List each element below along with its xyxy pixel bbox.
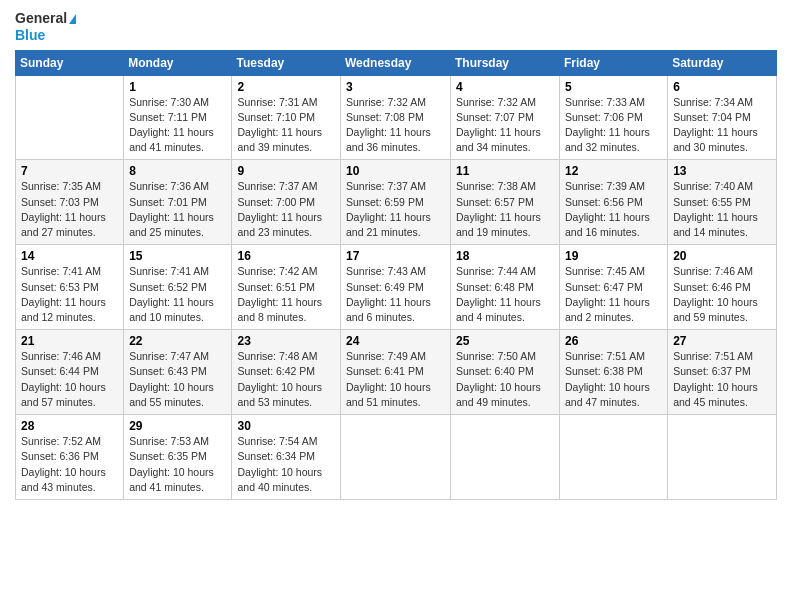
calendar-cell: 12Sunrise: 7:39 AMSunset: 6:56 PMDayligh… (560, 160, 668, 245)
day-info: Sunrise: 7:45 AMSunset: 6:47 PMDaylight:… (565, 264, 662, 325)
calendar-week-row: 21Sunrise: 7:46 AMSunset: 6:44 PMDayligh… (16, 330, 777, 415)
day-info: Sunrise: 7:31 AMSunset: 7:10 PMDaylight:… (237, 95, 335, 156)
calendar-cell: 22Sunrise: 7:47 AMSunset: 6:43 PMDayligh… (124, 330, 232, 415)
day-number: 22 (129, 334, 226, 348)
day-number: 17 (346, 249, 445, 263)
calendar-week-row: 7Sunrise: 7:35 AMSunset: 7:03 PMDaylight… (16, 160, 777, 245)
logo-container: General Blue (15, 10, 76, 44)
day-info: Sunrise: 7:43 AMSunset: 6:49 PMDaylight:… (346, 264, 445, 325)
day-info: Sunrise: 7:39 AMSunset: 6:56 PMDaylight:… (565, 179, 662, 240)
day-info: Sunrise: 7:49 AMSunset: 6:41 PMDaylight:… (346, 349, 445, 410)
calendar-week-row: 28Sunrise: 7:52 AMSunset: 6:36 PMDayligh… (16, 415, 777, 500)
day-info: Sunrise: 7:53 AMSunset: 6:35 PMDaylight:… (129, 434, 226, 495)
calendar-cell: 25Sunrise: 7:50 AMSunset: 6:40 PMDayligh… (451, 330, 560, 415)
calendar-week-row: 1Sunrise: 7:30 AMSunset: 7:11 PMDaylight… (16, 75, 777, 160)
day-info: Sunrise: 7:48 AMSunset: 6:42 PMDaylight:… (237, 349, 335, 410)
day-info: Sunrise: 7:36 AMSunset: 7:01 PMDaylight:… (129, 179, 226, 240)
day-info: Sunrise: 7:44 AMSunset: 6:48 PMDaylight:… (456, 264, 554, 325)
calendar-cell: 30Sunrise: 7:54 AMSunset: 6:34 PMDayligh… (232, 415, 341, 500)
day-info: Sunrise: 7:46 AMSunset: 6:46 PMDaylight:… (673, 264, 771, 325)
day-info: Sunrise: 7:46 AMSunset: 6:44 PMDaylight:… (21, 349, 118, 410)
day-number: 29 (129, 419, 226, 433)
day-number: 19 (565, 249, 662, 263)
calendar-cell (341, 415, 451, 500)
day-info: Sunrise: 7:51 AMSunset: 6:38 PMDaylight:… (565, 349, 662, 410)
calendar-cell: 13Sunrise: 7:40 AMSunset: 6:55 PMDayligh… (668, 160, 777, 245)
day-number: 15 (129, 249, 226, 263)
day-info: Sunrise: 7:37 AMSunset: 6:59 PMDaylight:… (346, 179, 445, 240)
calendar-cell: 17Sunrise: 7:43 AMSunset: 6:49 PMDayligh… (341, 245, 451, 330)
calendar-cell: 6Sunrise: 7:34 AMSunset: 7:04 PMDaylight… (668, 75, 777, 160)
col-header-thursday: Thursday (451, 50, 560, 75)
calendar-cell: 19Sunrise: 7:45 AMSunset: 6:47 PMDayligh… (560, 245, 668, 330)
day-info: Sunrise: 7:37 AMSunset: 7:00 PMDaylight:… (237, 179, 335, 240)
calendar-cell: 9Sunrise: 7:37 AMSunset: 7:00 PMDaylight… (232, 160, 341, 245)
day-info: Sunrise: 7:47 AMSunset: 6:43 PMDaylight:… (129, 349, 226, 410)
day-number: 23 (237, 334, 335, 348)
col-header-friday: Friday (560, 50, 668, 75)
day-number: 26 (565, 334, 662, 348)
day-info: Sunrise: 7:30 AMSunset: 7:11 PMDaylight:… (129, 95, 226, 156)
calendar-cell: 18Sunrise: 7:44 AMSunset: 6:48 PMDayligh… (451, 245, 560, 330)
logo-general: General (15, 10, 76, 27)
day-number: 18 (456, 249, 554, 263)
day-number: 27 (673, 334, 771, 348)
calendar-cell: 20Sunrise: 7:46 AMSunset: 6:46 PMDayligh… (668, 245, 777, 330)
col-header-sunday: Sunday (16, 50, 124, 75)
day-info: Sunrise: 7:32 AMSunset: 7:07 PMDaylight:… (456, 95, 554, 156)
day-info: Sunrise: 7:51 AMSunset: 6:37 PMDaylight:… (673, 349, 771, 410)
calendar-cell: 27Sunrise: 7:51 AMSunset: 6:37 PMDayligh… (668, 330, 777, 415)
calendar-cell: 4Sunrise: 7:32 AMSunset: 7:07 PMDaylight… (451, 75, 560, 160)
day-info: Sunrise: 7:33 AMSunset: 7:06 PMDaylight:… (565, 95, 662, 156)
col-header-wednesday: Wednesday (341, 50, 451, 75)
col-header-tuesday: Tuesday (232, 50, 341, 75)
calendar-cell: 26Sunrise: 7:51 AMSunset: 6:38 PMDayligh… (560, 330, 668, 415)
day-number: 8 (129, 164, 226, 178)
calendar-cell (451, 415, 560, 500)
day-number: 9 (237, 164, 335, 178)
day-info: Sunrise: 7:32 AMSunset: 7:08 PMDaylight:… (346, 95, 445, 156)
day-number: 3 (346, 80, 445, 94)
calendar-cell: 16Sunrise: 7:42 AMSunset: 6:51 PMDayligh… (232, 245, 341, 330)
calendar-cell (560, 415, 668, 500)
day-info: Sunrise: 7:40 AMSunset: 6:55 PMDaylight:… (673, 179, 771, 240)
day-number: 24 (346, 334, 445, 348)
day-number: 7 (21, 164, 118, 178)
calendar-cell: 8Sunrise: 7:36 AMSunset: 7:01 PMDaylight… (124, 160, 232, 245)
calendar-cell: 28Sunrise: 7:52 AMSunset: 6:36 PMDayligh… (16, 415, 124, 500)
calendar-cell: 5Sunrise: 7:33 AMSunset: 7:06 PMDaylight… (560, 75, 668, 160)
calendar-cell: 29Sunrise: 7:53 AMSunset: 6:35 PMDayligh… (124, 415, 232, 500)
day-info: Sunrise: 7:38 AMSunset: 6:57 PMDaylight:… (456, 179, 554, 240)
calendar-cell: 1Sunrise: 7:30 AMSunset: 7:11 PMDaylight… (124, 75, 232, 160)
day-info: Sunrise: 7:34 AMSunset: 7:04 PMDaylight:… (673, 95, 771, 156)
logo: General Blue (15, 10, 76, 44)
day-number: 16 (237, 249, 335, 263)
day-info: Sunrise: 7:50 AMSunset: 6:40 PMDaylight:… (456, 349, 554, 410)
day-number: 12 (565, 164, 662, 178)
calendar-cell: 10Sunrise: 7:37 AMSunset: 6:59 PMDayligh… (341, 160, 451, 245)
day-number: 30 (237, 419, 335, 433)
day-info: Sunrise: 7:41 AMSunset: 6:52 PMDaylight:… (129, 264, 226, 325)
day-number: 14 (21, 249, 118, 263)
page-header: General Blue (15, 10, 777, 44)
day-number: 2 (237, 80, 335, 94)
day-number: 21 (21, 334, 118, 348)
calendar-cell (668, 415, 777, 500)
calendar-cell: 23Sunrise: 7:48 AMSunset: 6:42 PMDayligh… (232, 330, 341, 415)
col-header-saturday: Saturday (668, 50, 777, 75)
day-number: 10 (346, 164, 445, 178)
col-header-monday: Monday (124, 50, 232, 75)
day-info: Sunrise: 7:41 AMSunset: 6:53 PMDaylight:… (21, 264, 118, 325)
day-info: Sunrise: 7:52 AMSunset: 6:36 PMDaylight:… (21, 434, 118, 495)
day-number: 4 (456, 80, 554, 94)
calendar-week-row: 14Sunrise: 7:41 AMSunset: 6:53 PMDayligh… (16, 245, 777, 330)
calendar-cell (16, 75, 124, 160)
day-number: 6 (673, 80, 771, 94)
calendar-cell: 7Sunrise: 7:35 AMSunset: 7:03 PMDaylight… (16, 160, 124, 245)
calendar-cell: 2Sunrise: 7:31 AMSunset: 7:10 PMDaylight… (232, 75, 341, 160)
day-number: 11 (456, 164, 554, 178)
calendar-cell: 24Sunrise: 7:49 AMSunset: 6:41 PMDayligh… (341, 330, 451, 415)
day-number: 20 (673, 249, 771, 263)
day-number: 25 (456, 334, 554, 348)
day-number: 28 (21, 419, 118, 433)
